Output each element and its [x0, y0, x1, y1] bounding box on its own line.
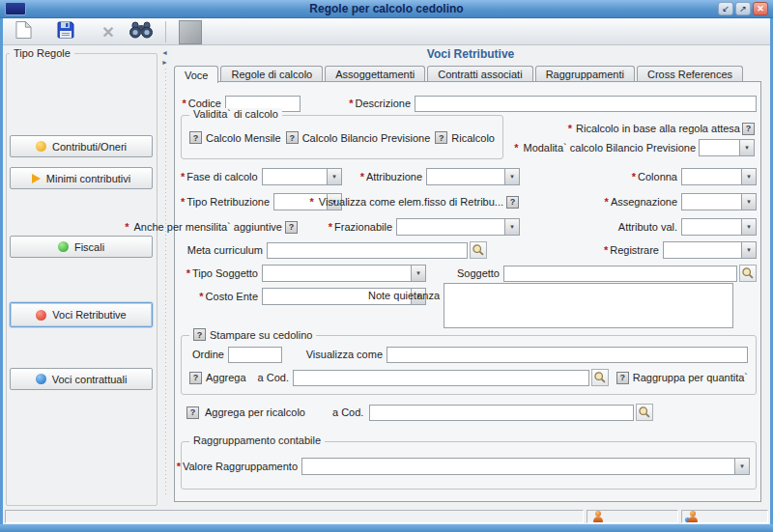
window-border-bottom: [0, 524, 773, 532]
aggrega-lookup-button[interactable]: [591, 369, 609, 386]
colonna-select[interactable]: ▾: [681, 168, 757, 185]
splitter-expand-icon[interactable]: ►: [161, 59, 168, 67]
tipo-soggetto-select[interactable]: ▾: [262, 265, 426, 282]
ricalcolo-regola-attesa-checkbox[interactable]: ?: [742, 123, 755, 135]
ricalcolo-regola-attesa-label: Ricalcolo in base alla regola attesa: [576, 123, 740, 134]
sidebar-button-voci-contrattuali[interactable]: Voci contrattuali: [10, 368, 153, 390]
tab-raggruppamenti[interactable]: Raggruppamenti: [535, 66, 635, 82]
combo-arrow-icon: ▾: [741, 194, 756, 210]
delete-button[interactable]: ✕: [96, 21, 121, 42]
restore-window-button[interactable]: ↙: [718, 2, 733, 15]
splitter[interactable]: ◄ ►: [160, 45, 171, 509]
calcolo-bilancio-previsione-checkbox[interactable]: ?: [286, 131, 299, 144]
sidebar-button-contributi-oneri[interactable]: Contributi/Oneri: [10, 135, 153, 157]
tab-assoggettamenti[interactable]: Assoggettamenti: [325, 66, 425, 82]
combo-arrow-icon: ▾: [327, 169, 341, 184]
meta-curriculum-input[interactable]: [267, 242, 468, 259]
assegnazione-label: *Assegnazione: [585, 196, 677, 208]
aggrega-a-cod-label: a Cod.: [258, 372, 289, 383]
attribuzione-select[interactable]: ▾: [426, 168, 520, 185]
close-window-button[interactable]: ✕: [753, 2, 768, 15]
magnifier-icon: [472, 243, 485, 257]
tab-regole-di-calcolo[interactable]: Regole di calcolo: [220, 66, 323, 82]
registrare-select[interactable]: ▾: [663, 241, 757, 259]
tab-cross-references[interactable]: Cross References: [637, 66, 743, 82]
raggruppa-quantita-checkbox[interactable]: ?: [616, 372, 629, 384]
raggruppa-quantita-label: Raggruppa per quantita`: [633, 372, 748, 383]
modalita-calcolo-bp-label: Modalita` calcolo Bilancio Previsione: [523, 142, 696, 154]
combo-arrow-icon: ▾: [741, 219, 756, 235]
visualizza-come-input[interactable]: [386, 347, 748, 363]
combo-arrow-icon: ▾: [741, 242, 756, 258]
raggruppamento-contabile-legend: Raggruppamento contabile: [189, 434, 325, 446]
stampare-su-cedolino-legend: Stampare su cedolino: [210, 329, 312, 341]
tab-voce[interactable]: Voce: [174, 66, 218, 83]
toolbar-separator: [165, 21, 166, 42]
user-icon: [592, 511, 604, 522]
visualizza-come-label: Visualizza come: [305, 349, 383, 360]
search-button[interactable]: [129, 21, 154, 42]
tab-contratti-associati[interactable]: Contratti associati: [427, 66, 532, 82]
delete-icon: ✕: [101, 23, 114, 42]
sidebar-button-minimi-contributivi[interactable]: Minimi contributivi: [10, 167, 153, 189]
yellow-triangle-icon: [32, 174, 41, 183]
save-icon: [57, 21, 74, 42]
visualizza-elem-fisso-checkbox[interactable]: ?: [506, 196, 519, 209]
status-bar: [3, 509, 770, 524]
valore-raggruppamento-select[interactable]: ▾: [301, 458, 750, 475]
info-badge-icon: [684, 517, 691, 523]
attribuzione-label: *Attribuzione: [349, 171, 422, 182]
assegnazione-select[interactable]: ▾: [681, 193, 757, 210]
sidebar-button-fiscali[interactable]: Fiscali: [10, 236, 153, 258]
green-sphere-icon: [58, 241, 69, 252]
ordine-input[interactable]: [228, 347, 282, 363]
tipo-regole-group-label: Tipo Regole: [10, 47, 74, 59]
calcolo-bilancio-previsione-field: ? Calcolo Bilancio Previsione: [286, 131, 431, 144]
aggrega-a-cod-input[interactable]: [293, 370, 589, 386]
aggrega-per-ricalcolo-input[interactable]: [369, 405, 634, 421]
stampare-su-cedolino-checkbox[interactable]: ?: [193, 328, 206, 341]
save-button[interactable]: [53, 21, 78, 42]
titlebar: Regole per calcolo cedolino ↙ ↗ ✕: [0, 0, 773, 18]
sidebar-button-voci-retributive[interactable]: Voci Retributive: [10, 302, 153, 327]
aggrega-per-ricalcolo-checkbox[interactable]: ?: [186, 406, 199, 419]
fase-di-calcolo-select[interactable]: ▾: [262, 168, 342, 185]
yellow-sphere-icon: [36, 141, 46, 152]
costo-ente-label: *Costo Ente: [181, 291, 258, 302]
validita-di-calcolo-legend: Validita` di calcolo: [189, 108, 282, 120]
window-title: Regole per calcolo cedolino: [0, 2, 773, 15]
splitter-collapse-icon[interactable]: ◄: [161, 49, 168, 57]
combo-arrow-icon: ▾: [734, 459, 749, 474]
mensilita-aggiuntive-label: Anche per mensilita` aggiuntive: [134, 221, 282, 233]
colonna-label: *Colonna: [585, 171, 677, 182]
attributo-val-select[interactable]: ▾: [681, 218, 757, 236]
visualizza-elem-fisso-label: Visualizza come elem.fisso di Retribu...: [319, 196, 503, 208]
note-quietanza-textarea[interactable]: [444, 283, 733, 328]
aggrega-per-ricalcolo-label: Aggrega per ricalcolo: [205, 406, 305, 418]
descrizione-input[interactable]: [415, 96, 757, 112]
soggetto-input[interactable]: [503, 266, 737, 282]
stampare-su-cedolino-group: ? Stampare su cedolino Ordine Visualizza…: [181, 335, 757, 395]
status-cell-user-info: [681, 510, 768, 523]
maximize-window-button[interactable]: ↗: [735, 2, 751, 15]
raggruppamento-contabile-group: Raggruppamento contabile *Valore Raggrup…: [181, 441, 757, 490]
modalita-calcolo-bp-select[interactable]: ▾: [699, 139, 755, 156]
frazionabile-select[interactable]: ▾: [396, 218, 520, 236]
calcolo-mensile-checkbox[interactable]: ?: [189, 131, 202, 144]
status-cell-user: [587, 510, 678, 523]
descrizione-label: * Descrizione: [326, 98, 411, 109]
soggetto-lookup-button[interactable]: [739, 265, 757, 282]
main-panel: Voci Retributive Voce Regole di calcolo …: [171, 45, 770, 509]
blue-sphere-icon: [36, 374, 46, 384]
mensilita-aggiuntive-checkbox[interactable]: ?: [285, 221, 298, 234]
aggrega-checkbox[interactable]: ?: [189, 372, 202, 384]
meta-curriculum-lookup-button[interactable]: [470, 241, 487, 259]
aggrega-label: Aggrega: [206, 372, 246, 383]
aggrega-per-ricalcolo-lookup-button[interactable]: [636, 404, 653, 421]
note-quietanza-label: Note quietanza: [364, 290, 440, 301]
new-document-button[interactable]: [11, 21, 36, 42]
status-cell-message: [5, 510, 584, 523]
app-window: Regole per calcolo cedolino ↙ ↗ ✕ ✕: [0, 0, 773, 532]
red-sphere-icon: [36, 310, 46, 321]
calcolo-mensile-field: ? Calcolo Mensile: [189, 131, 281, 144]
